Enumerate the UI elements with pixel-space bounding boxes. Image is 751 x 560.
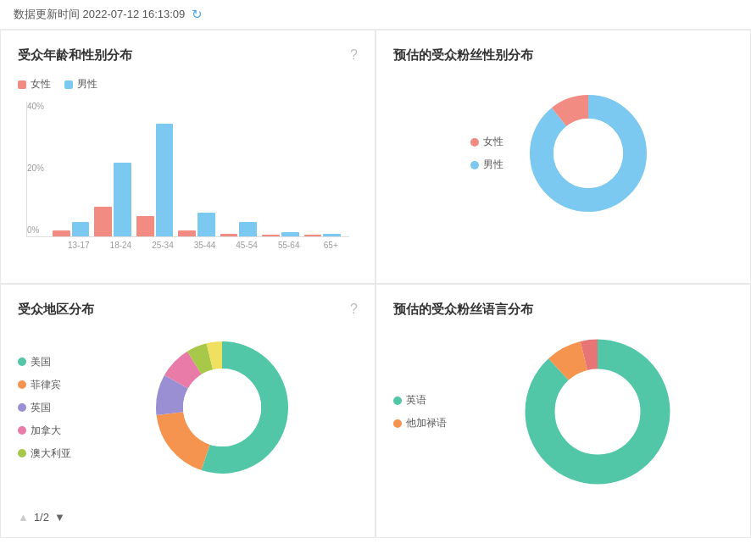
legend-au: 澳大利亚 (18, 446, 86, 461)
gender-fans-legend: 女性 男性 (470, 135, 503, 172)
update-time-label: 数据更新时间 2022-07-12 16:13:09 (14, 7, 185, 22)
bar-group-0 (53, 222, 89, 237)
legend-au-label: 澳大利亚 (31, 446, 71, 461)
bar-female-6 (304, 235, 322, 236)
panel-gender-fans-title: 预估的受众粉丝性别分布 (393, 47, 733, 64)
legend-usa-label: 美国 (31, 355, 51, 369)
legend-tl-label: 他加禄语 (406, 416, 447, 430)
bar-male-6 (323, 234, 341, 236)
bar-group-5 (262, 232, 298, 236)
x-axis: 13-1718-2425-3435-4445-5455-6465+ (26, 241, 349, 250)
x-label-3: 35-44 (186, 241, 224, 250)
region-legend: 美国 菲律宾 英国 加拿大 澳大利亚 (18, 355, 86, 461)
x-label-6: 65+ (312, 241, 349, 250)
legend-ca-label: 加拿大 (31, 424, 61, 438)
bar-male-5 (281, 232, 299, 236)
legend-ph-label: 菲律宾 (31, 378, 61, 392)
legend-uk: 英国 (18, 401, 86, 415)
legend-en-label: 英语 (406, 393, 426, 408)
legend-gf-female-label: 女性 (483, 135, 503, 149)
legend-ca-dot (18, 426, 26, 435)
bar-group-1 (94, 163, 131, 237)
language-donut-svg (517, 331, 678, 492)
bar-male-1 (114, 163, 131, 237)
legend-male: 男性 (64, 77, 97, 91)
legend-dot-male (64, 80, 73, 89)
bar-male-2 (156, 124, 174, 236)
legend-tl: 他加禄语 (393, 416, 461, 430)
prev-page-button[interactable]: ▲ (18, 511, 29, 524)
x-label-5: 55-64 (270, 241, 308, 250)
legend-female-label: 女性 (31, 77, 51, 91)
language-fans-legend: 英语 他加禄语 (393, 393, 461, 430)
legend-gf-male-dot (470, 161, 479, 169)
region-donut-svg (146, 331, 298, 484)
bar-male-4 (239, 222, 257, 237)
bar-male-0 (72, 222, 90, 237)
legend-dot-female (18, 80, 26, 89)
panel-region-title: 受众地区分布 (18, 302, 358, 318)
y-axis: 0% 20% 40% (27, 102, 44, 236)
bar-group-6 (304, 234, 341, 236)
legend-uk-dot (18, 403, 26, 412)
bar-female-0 (53, 230, 70, 236)
bar-chart-container: 0% 20% 40% 13-1718-2425-3435-4445-5455-6… (18, 102, 358, 250)
pagination-label: 1/2 (34, 511, 49, 524)
bar-female-3 (178, 230, 196, 236)
svg-point-2 (554, 119, 623, 188)
legend-female: 女性 (18, 77, 51, 91)
x-label-2: 25-34 (144, 241, 181, 250)
region-content: 美国 菲律宾 英国 加拿大 澳大利亚 (18, 331, 358, 484)
next-page-button[interactable]: ▼ (54, 511, 65, 524)
pagination: ▲ 1/2 ▼ (18, 511, 65, 524)
legend-ph: 菲律宾 (18, 378, 86, 392)
bar-group-2 (136, 124, 173, 236)
legend-en-dot (393, 396, 402, 405)
gender-fans-donut-container: 女性 男性 (393, 77, 733, 230)
legend-gf-male: 男性 (470, 158, 503, 172)
svg-point-9 (183, 369, 261, 446)
panel-language-fans: 预估的受众粉丝语言分布 英语 他加禄语 (376, 284, 751, 538)
bar-female-2 (136, 216, 154, 237)
bar-male-3 (197, 213, 215, 236)
language-fans-content: 英语 他加禄语 (393, 331, 733, 492)
bar-group-3 (178, 213, 214, 236)
legend-ca: 加拿大 (18, 424, 86, 438)
x-label-1: 18-24 (103, 241, 140, 250)
legend-usa: 美国 (18, 355, 86, 369)
age-gender-legend: 女性 男性 (18, 77, 358, 91)
help-icon-age-gender[interactable]: ? (350, 47, 358, 63)
panel-region: 受众地区分布 ? 美国 菲律宾 英国 加拿大 (0, 284, 376, 538)
legend-au-dot (18, 449, 26, 457)
bar-female-4 (220, 234, 238, 237)
legend-gf-female: 女性 (470, 135, 503, 149)
legend-usa-dot (18, 358, 26, 366)
bar-group-4 (220, 222, 257, 237)
main-grid: 受众年龄和性别分布 ? 女性 男性 0% 20% 40% 13-171 (0, 30, 751, 538)
bar-female-5 (262, 235, 280, 236)
panel-language-fans-title: 预估的受众粉丝语言分布 (393, 302, 733, 318)
legend-male-label: 男性 (77, 77, 97, 91)
legend-ph-dot (18, 380, 26, 389)
panel-age-gender-title: 受众年龄和性别分布 (18, 47, 358, 64)
x-label-4: 45-54 (228, 241, 265, 250)
help-icon-region[interactable]: ? (350, 302, 358, 317)
svg-point-13 (555, 369, 640, 454)
legend-gf-female-dot (470, 138, 479, 147)
legend-gf-male-label: 男性 (483, 158, 503, 172)
legend-en: 英语 (393, 393, 461, 408)
header-bar: 数据更新时间 2022-07-12 16:13:09 ↻ (0, 0, 751, 30)
legend-uk-label: 英国 (31, 401, 51, 415)
refresh-icon[interactable]: ↻ (192, 7, 203, 22)
panel-age-gender: 受众年龄和性别分布 ? 女性 男性 0% 20% 40% 13-171 (0, 30, 376, 284)
panel-gender-fans: 预估的受众粉丝性别分布 女性 男性 (376, 30, 751, 284)
bar-chart: 0% 20% 40% (26, 102, 349, 237)
x-label-0: 13-17 (60, 241, 97, 250)
bar-female-1 (94, 207, 112, 236)
legend-tl-dot (393, 419, 402, 428)
gender-fans-donut-svg (520, 86, 656, 221)
